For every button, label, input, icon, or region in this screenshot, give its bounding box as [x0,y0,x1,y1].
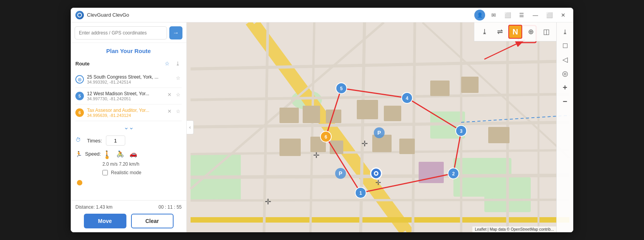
download-map-btn[interactable]: ⤓ [559,26,571,38]
mail-btn[interactable]: ✉ [488,10,499,21]
menu-btn[interactable]: ☰ [516,10,527,21]
close-btn[interactable]: ✕ [558,10,569,21]
times-label: Times: [87,138,102,144]
svg-rect-0 [191,22,569,232]
multi-stop-btn[interactable]: ⊕ [524,25,538,39]
clock-icon: ⏱ [75,137,83,144]
waypoint-actions: ✕ ☆ [166,108,182,115]
svg-point-47 [355,187,366,198]
side-panel-toggle[interactable]: ‹ [187,120,194,134]
svg-line-46 [461,115,569,122]
svg-line-18 [413,22,415,232]
clear-button[interactable]: Clear [131,214,174,228]
leaflet-attribution: Leaflet | Map data © OpenStreetMap contr… [475,227,554,231]
save-route-btn[interactable]: ⤓ [477,25,491,39]
history-btn[interactable]: ◫ [539,25,553,39]
speed-value-row: 2.0 m/s 7.20 km/h [75,160,182,168]
n-mode-btn[interactable]: N [508,25,522,39]
svg-rect-4 [484,177,531,212]
svg-rect-27 [357,100,378,119]
navigate-btn[interactable]: ◁ [559,53,571,66]
map-svg: P P ✛ ✛ ✛ ✛ [187,22,573,232]
svg-line-10 [191,122,569,127]
waypoint-star-btn[interactable]: ☆ [175,91,182,98]
svg-line-17 [361,22,365,232]
times-row: ⏱ Times: [75,133,182,148]
svg-point-57 [320,131,331,142]
route-panel: Plan Your Route Route ☆ ⤓ ◎ 25 South Con… [71,43,186,200]
switch-route-btn[interactable]: ⇌ [493,25,507,39]
window-btn[interactable]: ⬜ [502,10,513,21]
device-btn[interactable]: ☐ [559,39,571,52]
route-header: Route ☆ ⤓ [75,60,182,67]
maximize-btn[interactable]: ⬜ [544,10,555,21]
svg-point-49 [448,168,459,179]
bottom-panel: Distance: 1.43 km 00 : 11 : 55 Move Clea… [71,200,186,232]
distance-stat: Distance: 1.43 km [75,204,112,210]
waypoint-star-btn[interactable]: ☆ [175,108,182,115]
svg-text:5: 5 [340,86,343,91]
svg-line-13 [191,200,569,201]
svg-rect-30 [310,137,326,152]
svg-rect-25 [303,106,320,123]
waypoint-info: 25 South Congress Street, York, ... 34.9… [87,74,172,84]
svg-point-53 [402,93,412,103]
zoom-out-btn[interactable]: − [559,95,571,108]
map-area[interactable]: P P ✛ ✛ ✛ ✛ [187,22,573,232]
bike-speed-opt[interactable]: 🚴 [116,150,124,158]
speed-value-text: 2.0 m/s 7.20 km/h [102,161,139,167]
waypoint-coords-orange: 34.995639, -81.243124 [87,113,163,118]
svg-line-22 [191,22,384,189]
svg-rect-45 [419,162,444,183]
app-window: ClevGuard ClevGo 👤 ✉ ⬜ ☰ — ⬜ ✕ → Plan Yo… [71,8,573,232]
svg-rect-24 [279,108,299,123]
svg-rect-36 [488,127,509,143]
svg-point-5 [291,90,322,110]
svg-line-16 [310,22,314,232]
svg-line-6 [249,22,403,232]
svg-text:6: 6 [325,134,327,140]
realistic-mode-label: Realistic mode [111,170,141,175]
waypoint-actions: ☆ [175,74,182,81]
waypoint-close-btn[interactable]: ✕ [166,91,173,98]
waypoint-dot-orange: 6 [75,108,84,117]
search-submit-btn[interactable]: → [169,26,182,39]
svg-rect-2 [430,111,465,139]
svg-line-7 [256,22,411,232]
stats-row: Distance: 1.43 km 00 : 11 : 55 [75,204,182,210]
times-input[interactable] [106,135,125,146]
location-dot [77,180,82,185]
svg-point-55 [336,83,347,94]
map-attribution: Leaflet | Map data © OpenStreetMap contr… [472,226,556,232]
user-avatar[interactable]: 👤 [474,10,485,21]
expand-row: ⌄⌄ [75,121,182,133]
search-input[interactable] [75,26,167,39]
svg-text:P: P [339,170,342,177]
target-btn[interactable]: ◎ [559,67,571,80]
time-stat: 00 : 11 : 55 [158,204,182,210]
waypoint-dot-start: ◎ [75,75,84,84]
waypoint-close-btn[interactable]: ✕ [166,108,173,115]
car-speed-opt[interactable]: 🚗 [129,150,137,158]
svg-line-11 [191,150,569,154]
svg-rect-3 [453,158,511,197]
waypoint-actions: ✕ ☆ [166,91,182,98]
zoom-in-btn[interactable]: + [559,81,571,94]
svg-rect-34 [430,81,450,96]
expand-btn[interactable]: ⌄⌄ [124,123,134,131]
search-bar: → [71,22,186,43]
waypoint-info: 12 West Madison Street, Yor... 34.997730… [87,91,163,101]
minimize-btn[interactable]: — [530,10,541,21]
waypoint-item: 5 12 West Madison Street, Yor... 34.9977… [75,88,182,105]
route-download-btn[interactable]: ⤓ [174,60,182,67]
walk-speed-opt[interactable]: 🚶 [103,150,111,158]
waypoint-star-btn[interactable]: ☆ [175,74,182,81]
realistic-mode-checkbox[interactable] [102,170,108,175]
move-button[interactable]: Move [84,214,126,228]
svg-rect-26 [326,110,341,123]
route-star-btn[interactable]: ☆ [163,60,171,67]
svg-point-37 [335,168,346,179]
window-controls: 👤 ✉ ⬜ ☰ — ⬜ ✕ [474,10,569,21]
app-logo [75,11,84,19]
action-buttons: Move Clear [75,214,182,228]
